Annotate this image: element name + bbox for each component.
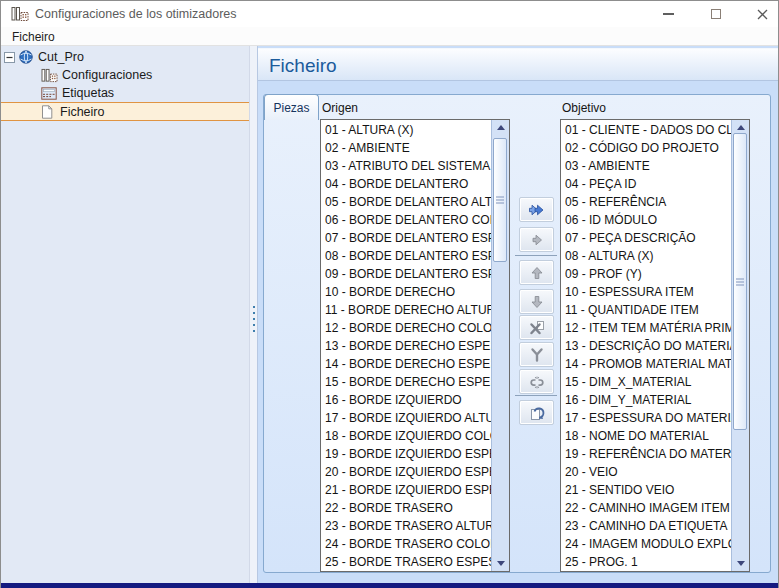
- list-item[interactable]: 24 - IMAGEM MODULO EXPLODI...: [565, 535, 731, 553]
- list-item[interactable]: 25 - PROG. 1: [565, 553, 731, 571]
- list-item[interactable]: 20 - BORDE IZQUIERDO ESPESO...: [325, 463, 491, 481]
- thumb-grip-icon: [736, 278, 744, 285]
- scrollbar-thumb[interactable]: [493, 138, 507, 262]
- list-item[interactable]: 06 - ID MÓDULO: [565, 211, 731, 229]
- list-item[interactable]: 14 - BORDE DERECHO ESPESOR...: [325, 355, 491, 373]
- list-item[interactable]: 19 - BORDE IZQUIERDO ESPESOR: [325, 445, 491, 463]
- list-item[interactable]: 18 - BORDE IZQUIERDO COLOR: [325, 427, 491, 445]
- collapse-icon[interactable]: [4, 52, 15, 63]
- list-item[interactable]: 01 - CLIENTE - DADOS DO CLIEN...: [565, 121, 731, 139]
- list-item[interactable]: 10 - ESPESSURA ITEM: [565, 283, 731, 301]
- remove-item-icon: [529, 320, 545, 336]
- scroll-down-button[interactable]: [732, 556, 749, 571]
- list-item[interactable]: 18 - NOME DO MATERIAL: [565, 427, 731, 445]
- list-item[interactable]: 02 - AMBIENTE: [325, 139, 491, 157]
- move-up-button[interactable]: [519, 260, 554, 285]
- move-right-button[interactable]: [519, 227, 554, 252]
- remove-item-button[interactable]: [519, 315, 554, 340]
- tab-page: Origen Objetivo 01 - ALTURA (X)02 - AMBI…: [263, 94, 771, 573]
- list-item[interactable]: 04 - PEÇA ID: [565, 175, 731, 193]
- tree-node-etiquetas[interactable]: Etiquetas: [1, 84, 249, 102]
- tree-label: Ficheiro: [60, 105, 104, 119]
- tree-node-configuraciones[interactable]: Configuraciones: [1, 66, 249, 84]
- button-separator: [515, 255, 557, 256]
- merge-icon: [529, 347, 545, 363]
- menu-bar: Ficheiro: [1, 27, 778, 46]
- list-item[interactable]: 08 - BORDE DELANTERO ESPES...: [325, 247, 491, 265]
- scroll-up-button[interactable]: [492, 120, 509, 135]
- list-item[interactable]: 21 - SENTIDO VEIO: [565, 481, 731, 499]
- panel-splitter[interactable]: [249, 46, 258, 583]
- list-item[interactable]: 04 - BORDE DELANTERO: [325, 175, 491, 193]
- scroll-down-button[interactable]: [492, 556, 509, 571]
- menu-item-ficheiro[interactable]: Ficheiro: [8, 29, 59, 45]
- target-list-label: Objetivo: [562, 101, 606, 115]
- list-item[interactable]: 23 - BORDE TRASERO ALTURA: [325, 517, 491, 535]
- list-item[interactable]: 03 - AMBIENTE: [565, 157, 731, 175]
- tree-node-cutpro[interactable]: Cut_Pro: [1, 48, 249, 66]
- button-separator: [515, 395, 557, 396]
- tree-node-ficheiro[interactable]: Ficheiro: [1, 102, 249, 121]
- list-item[interactable]: 20 - VEIO: [565, 463, 731, 481]
- list-item[interactable]: 14 - PROMOB MATERIAL MATERI...: [565, 355, 731, 373]
- list-item[interactable]: 25 - BORDE TRASERO ESPESOR: [325, 553, 491, 571]
- close-icon: [756, 8, 769, 21]
- scrollbar-thumb[interactable]: [733, 133, 747, 430]
- list-item[interactable]: 11 - BORDE DERECHO ALTURA: [325, 301, 491, 319]
- list-item[interactable]: 03 - ATRIBUTO DEL SISTEMA: [325, 157, 491, 175]
- move-down-button[interactable]: [519, 289, 554, 314]
- list-item[interactable]: 17 - BORDE IZQUIERDO ALTURA: [325, 409, 491, 427]
- list-item[interactable]: 13 - BORDE DERECHO ESPESOR: [325, 337, 491, 355]
- refresh-button[interactable]: [519, 400, 554, 425]
- list-item[interactable]: 22 - CAMINHO IMAGEM ITEM: [565, 499, 731, 517]
- target-scrollbar[interactable]: [731, 120, 749, 571]
- list-item[interactable]: 07 - PEÇA DESCRIÇÃO: [565, 229, 731, 247]
- list-item[interactable]: 09 - PROF (Y): [565, 265, 731, 283]
- file-icon: [41, 105, 53, 119]
- list-item[interactable]: 21 - BORDE IZQUIERDO ESPESO...: [325, 481, 491, 499]
- list-item[interactable]: 05 - BORDE DELANTERO ALTURA: [325, 193, 491, 211]
- maximize-button[interactable]: [699, 1, 733, 27]
- unlink-button[interactable]: [519, 369, 554, 394]
- list-item[interactable]: 10 - BORDE DERECHO: [325, 283, 491, 301]
- origin-scrollbar[interactable]: [491, 120, 509, 571]
- tree-label: Configuraciones: [62, 68, 152, 82]
- list-item[interactable]: 05 - REFERÊNCIA: [565, 193, 731, 211]
- move-down-icon: [529, 294, 545, 310]
- merge-button[interactable]: [519, 342, 554, 367]
- refresh-icon: [529, 405, 545, 421]
- list-item[interactable]: 01 - ALTURA (X): [325, 121, 491, 139]
- app-window: Configuraciones de los otimizadores Fich…: [0, 0, 779, 588]
- list-item[interactable]: 13 - DESCRIÇÃO DO MATERIAL: [565, 337, 731, 355]
- list-item[interactable]: 16 - DIM_Y_MATERIAL: [565, 391, 731, 409]
- origin-listbox[interactable]: 01 - ALTURA (X)02 - AMBIENTE03 - ATRIBUT…: [320, 119, 510, 572]
- list-item[interactable]: 09 - BORDE DELANTERO ESPES...: [325, 265, 491, 283]
- origin-list-label: Origen: [322, 101, 358, 115]
- title-bar: Configuraciones de los otimizadores: [1, 1, 778, 27]
- list-item[interactable]: 12 - BORDE DERECHO COLOR: [325, 319, 491, 337]
- tree-label: Cut_Pro: [38, 50, 84, 64]
- list-item[interactable]: 02 - CÓDIGO DO PROJETO: [565, 139, 731, 157]
- minimize-button[interactable]: [651, 1, 685, 27]
- window-bottom-border: [1, 583, 778, 588]
- move-all-right-button[interactable]: [519, 197, 554, 222]
- list-item[interactable]: 16 - BORDE IZQUIERDO: [325, 391, 491, 409]
- close-button[interactable]: [745, 1, 779, 27]
- sidebar-tree: Cut_Pro Configuraciones Etiquetas: [1, 46, 249, 583]
- tab-piezas[interactable]: Piezas: [264, 94, 319, 120]
- list-item[interactable]: 22 - BORDE TRASERO: [325, 499, 491, 517]
- list-item[interactable]: 11 - QUANTIDADE ITEM: [565, 301, 731, 319]
- tree-label: Etiquetas: [62, 86, 114, 100]
- list-item[interactable]: 24 - BORDE TRASERO COLOR: [325, 535, 491, 553]
- list-item[interactable]: 15 - DIM_X_MATERIAL: [565, 373, 731, 391]
- list-item[interactable]: 17 - ESPESSURA DO MATERIAL: [565, 409, 731, 427]
- target-listbox[interactable]: 01 - CLIENTE - DADOS DO CLIEN...02 - CÓD…: [560, 119, 750, 572]
- list-item[interactable]: 12 - ITEM TEM MATÉRIA PRIMA: [565, 319, 731, 337]
- list-item[interactable]: 23 - CAMINHO DA ETIQUETA: [565, 517, 731, 535]
- list-item[interactable]: 06 - BORDE DELANTERO COLOR: [325, 211, 491, 229]
- list-item[interactable]: 08 - ALTURA (X): [565, 247, 731, 265]
- list-item[interactable]: 15 - BORDE DERECHO ESPESOR...: [325, 373, 491, 391]
- unlink-icon: [529, 374, 545, 390]
- list-item[interactable]: 19 - REFERÊNCIA DO MATERIAL: [565, 445, 731, 463]
- list-item[interactable]: 07 - BORDE DELANTERO ESPES...: [325, 229, 491, 247]
